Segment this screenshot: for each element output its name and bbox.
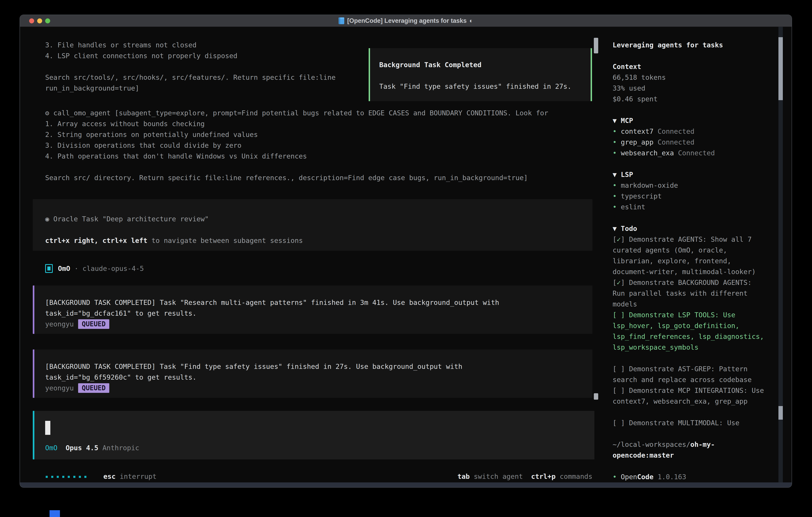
terminal-window: [OpenCode] Leveraging agents for tasks ◐… (20, 15, 792, 488)
task-message-meta: yeongyu QUEUED (45, 383, 592, 393)
ctrlp-key-hint: ctrl+p (531, 471, 556, 482)
spacer-text (523, 471, 531, 482)
agent-square-icon-fill (47, 267, 51, 271)
window-bottom-edge (20, 483, 792, 487)
collapse-arrow-icon: ▼ (613, 169, 621, 180)
titlebar[interactable]: [OpenCode] Leveraging agents for tasks ◐ (20, 15, 792, 27)
gear-icon: ⚙ (45, 109, 49, 117)
spacer (613, 407, 766, 417)
status-dot-icon: • (613, 147, 621, 158)
lsp-name: typescript (621, 191, 662, 201)
minimize-button[interactable] (37, 19, 42, 23)
mcp-status: Connected (654, 137, 695, 147)
tab-key-label: switch agent (470, 471, 523, 482)
ctrlp-key-label: commands (556, 471, 592, 482)
scrollbar-thumb[interactable] (594, 393, 598, 400)
context-spent: $0.46 spent (613, 93, 766, 104)
close-button[interactable] (29, 19, 34, 23)
spacer (45, 224, 592, 235)
context-tokens: 66,518 tokens (613, 72, 766, 83)
agent-session-header[interactable]: OmO · claude-opus-4-5 (45, 263, 592, 274)
app-name-bold: Code (637, 471, 654, 482)
checkmark-icon: ✓ (617, 235, 620, 243)
background-task-message[interactable]: [BACKGROUND TASK COMPLETED] Task "Find t… (33, 350, 592, 398)
mcp-name: websearch_exa (621, 147, 674, 158)
scrollbar-thumb[interactable] (594, 38, 598, 53)
toast-notification[interactable]: Background Task Completed Task "Find typ… (369, 48, 592, 101)
collapse-arrow-icon: ▼ (613, 223, 621, 234)
todo-text: Demonstrate AST-GREP: Pattern search and… (613, 365, 752, 384)
tab-key-hint: tab (457, 471, 469, 482)
desktop-artifact (50, 510, 60, 517)
fisheye-icon: ◉ (45, 215, 49, 223)
agent-name: OmO (58, 263, 70, 274)
task-user: yeongyu (45, 383, 74, 393)
lsp-section-header[interactable]: ▼ LSP (613, 169, 766, 180)
context-heading: Context (613, 61, 766, 72)
scrollbar-thumb[interactable] (778, 37, 783, 100)
status-dot-icon: • (613, 126, 621, 137)
checkbox-empty (617, 365, 620, 373)
lsp-heading: LSP (621, 169, 633, 180)
tool-call-block: ⚙ call_omo_agent [subagent_type=explore,… (45, 108, 592, 183)
desktop: { "window": { "title": "[OpenCode] Lever… (0, 0, 812, 517)
app-name-regular: Open (621, 471, 637, 482)
zoom-button[interactable] (45, 19, 50, 23)
scrollbar-thumb[interactable] (778, 406, 783, 419)
todo-item-active: [ ] Demonstrate LSP TOOLS: Use lsp_hover… (613, 309, 766, 353)
checkbox-bracket: [ (613, 311, 617, 319)
oracle-task-card[interactable]: ◉ Oracle Task "Deep architecture review"… (33, 199, 592, 251)
spacer (613, 428, 766, 439)
lsp-item: • markdown-oxide (613, 180, 766, 191)
checkbox-empty (617, 311, 620, 319)
todo-item-pending: [ ] Demonstrate MCP INTEGRATIONS: Use co… (613, 385, 766, 407)
spacer (613, 461, 766, 471)
agent-square-icon (45, 264, 53, 273)
traffic-lights (29, 15, 50, 27)
checkbox-empty (617, 386, 620, 394)
checkbox-bracket: [ (613, 235, 617, 243)
esc-key-hint: esc (103, 471, 115, 482)
todo-heading: Todo (621, 223, 637, 234)
checkmark-icon: ✓ (617, 278, 620, 287)
background-task-message[interactable]: [BACKGROUND TASK COMPLETED] Task "Resear… (33, 285, 592, 334)
notification-body: Task "Find type safety issues" finished … (379, 81, 590, 92)
oracle-task-hint: ctrl+x right, ctrl+x left to navigate be… (45, 235, 592, 246)
lsp-item: • eslint (613, 201, 766, 212)
checkbox-empty (617, 419, 620, 427)
hint-text: to navigate between subagent sessions (147, 237, 303, 245)
status-dot-icon: • (613, 180, 621, 191)
mcp-name: context7 (621, 126, 654, 137)
checkbox-bracket: ] (621, 311, 629, 319)
mcp-name: grep_app (621, 137, 654, 147)
agent-separator: · (70, 263, 82, 274)
todo-text: Demonstrate AGENTS: Show all 7 curated a… (613, 235, 756, 276)
status-badge: QUEUED (78, 383, 109, 393)
status-dot-icon: • (613, 471, 621, 482)
tool-call-text: call_omo_agent [subagent_type=explore, p… (53, 109, 548, 117)
status-dot-icon: • (613, 191, 621, 201)
mcp-item: • context7 Connected (613, 126, 766, 137)
session-title: Leveraging agents for tasks (613, 39, 766, 50)
tool-call-item: 2. String operations on potentially unde… (45, 129, 592, 140)
status-left: ▪▪▪▪▪▪▪▪ esc interrupt (45, 471, 156, 482)
tool-call-item: 1. Array access without bounds checking (45, 118, 592, 129)
lsp-name: eslint (621, 201, 645, 212)
workspace-branch: master (649, 451, 674, 459)
mcp-item: • grep_app Connected (613, 137, 766, 147)
todo-item-done: [✓] Demonstrate BACKGROUND AGENTS: Run p… (613, 277, 766, 309)
status-badge: QUEUED (78, 319, 109, 329)
mcp-section-header[interactable]: ▼ MCP (613, 115, 766, 126)
spacer (613, 104, 766, 115)
task-message-meta: yeongyu QUEUED (45, 319, 592, 329)
spacer (613, 158, 766, 169)
prompt-input[interactable]: OmO Opus 4.5 Anthropic (33, 411, 594, 459)
task-message-line1: [BACKGROUND TASK COMPLETED] Task "Find t… (45, 361, 592, 372)
status-right: tab switch agent ctrl+p commands (457, 471, 592, 482)
checkbox-bracket: [ (613, 278, 617, 287)
text-cursor (45, 421, 50, 435)
terminal-content: 3. File handles or streams not closed 4.… (20, 27, 792, 483)
app-version: • OpenCode 1.0.163 (613, 471, 766, 482)
checkbox-bracket: [ (613, 419, 617, 427)
todo-section-header[interactable]: ▼ Todo (613, 223, 766, 234)
